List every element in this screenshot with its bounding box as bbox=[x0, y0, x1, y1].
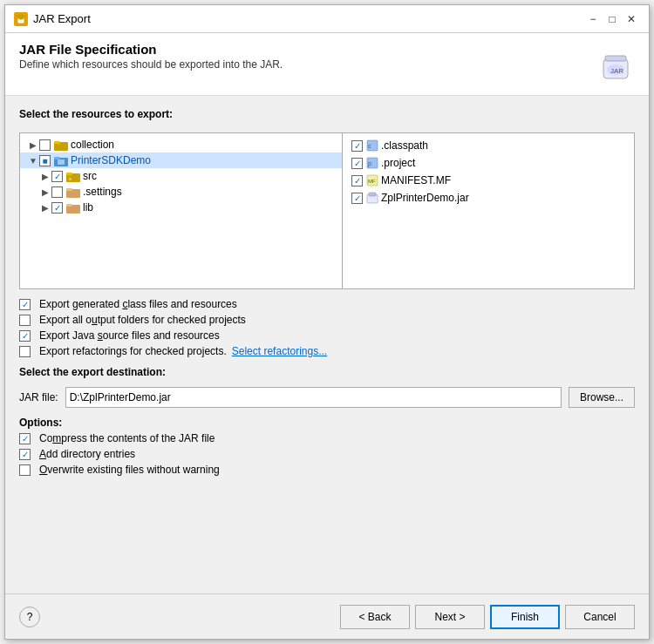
svg-rect-4 bbox=[605, 56, 626, 61]
next-button[interactable]: Next > bbox=[415, 605, 485, 629]
chevron-collection: ▶ bbox=[27, 140, 39, 150]
svg-text:p: p bbox=[368, 160, 371, 167]
finish-button[interactable]: Finish bbox=[490, 605, 560, 629]
folder-icon-collection bbox=[54, 139, 68, 151]
classpath-icon: c bbox=[366, 139, 378, 152]
checkbox-manifest[interactable]: ✓ bbox=[351, 175, 363, 186]
destination-label: Select the export destination: bbox=[19, 366, 635, 378]
tree-item-collection[interactable]: ▶ collection bbox=[20, 137, 342, 153]
checkbox-compress[interactable]: ✓ bbox=[19, 433, 31, 444]
svg-text:JAR: JAR bbox=[610, 67, 623, 75]
files-pane: ✓ c .classpath ✓ p .project bbox=[343, 133, 634, 288]
svg-rect-13 bbox=[66, 173, 72, 175]
tree-label-src: src bbox=[83, 170, 97, 182]
tree-label-lib: lib bbox=[83, 201, 93, 214]
title-bar: JAR Export − □ ✕ bbox=[5, 5, 649, 33]
export-option-label-4: Export refactorings for checked projects… bbox=[39, 345, 227, 357]
resources-label: Select the resources to export: bbox=[19, 108, 635, 120]
checkbox-src[interactable]: ✓ bbox=[51, 171, 63, 182]
export-option-3[interactable]: ✓ Export Java source files and resources bbox=[19, 329, 635, 342]
src-icon: s bbox=[66, 170, 80, 182]
select-refactorings-link[interactable]: Select refactorings... bbox=[232, 345, 327, 357]
tree-item-src[interactable]: ▶ ✓ s src bbox=[20, 168, 342, 184]
svg-rect-26 bbox=[369, 193, 376, 196]
file-row-manifest[interactable]: ✓ MF MANIFEST.MF bbox=[350, 172, 627, 189]
checkbox-export2[interactable] bbox=[19, 315, 31, 326]
checkbox-export4[interactable] bbox=[19, 346, 31, 357]
svg-rect-18 bbox=[66, 204, 72, 207]
settings-folder-icon bbox=[66, 186, 80, 198]
jar-file-input[interactable] bbox=[65, 387, 562, 408]
export-option-label-3: Export Java source files and resources bbox=[39, 329, 220, 342]
svg-rect-10 bbox=[54, 157, 60, 159]
svg-rect-11 bbox=[58, 159, 65, 165]
tree-item-lib[interactable]: ▶ ✓ lib bbox=[20, 200, 342, 215]
footer-left: ? bbox=[19, 607, 40, 627]
checkbox-collection[interactable] bbox=[39, 139, 51, 151]
tree-item-printersdk[interactable]: ▼ ■ PrinterSDKDemo bbox=[20, 153, 342, 168]
tree-label-collection: collection bbox=[71, 139, 114, 151]
tree-item-settings[interactable]: ▶ .settings bbox=[20, 184, 342, 200]
file-label-manifest: MANIFEST.MF bbox=[381, 174, 451, 186]
option-compress-label: Compress the contents of the JAR file bbox=[39, 432, 215, 444]
export-option-label-1: Export generated class files and resourc… bbox=[39, 298, 237, 310]
checkbox-project[interactable]: ✓ bbox=[351, 158, 363, 169]
dialog-footer: ? < Back Next > Finish Cancel bbox=[5, 593, 649, 639]
checkbox-classpath[interactable]: ✓ bbox=[351, 140, 363, 152]
title-bar-left: JAR Export bbox=[14, 12, 91, 26]
checkbox-settings[interactable] bbox=[51, 186, 63, 198]
export-options-section: ✓ Export generated class files and resou… bbox=[19, 298, 635, 357]
tree-label-printersdk: PrinterSDKDemo bbox=[71, 154, 151, 166]
close-button[interactable]: ✕ bbox=[623, 10, 640, 28]
help-button[interactable]: ? bbox=[19, 607, 40, 627]
browse-button[interactable]: Browse... bbox=[569, 387, 635, 408]
resources-panel: ▶ collection ▼ ■ bbox=[19, 132, 635, 289]
footer-right: < Back Next > Finish Cancel bbox=[340, 605, 635, 629]
svg-rect-16 bbox=[66, 188, 72, 191]
dialog-title: JAR Export bbox=[33, 12, 91, 25]
checkbox-jar[interactable]: ✓ bbox=[351, 193, 363, 204]
project-icon-printersdk bbox=[54, 154, 68, 166]
option-overwrite[interactable]: Overwrite existing files without warning bbox=[19, 464, 635, 476]
cancel-button[interactable]: Cancel bbox=[565, 605, 635, 629]
checkbox-directory[interactable]: ✓ bbox=[19, 449, 31, 460]
project-icon: p bbox=[366, 157, 378, 169]
jar-title-icon bbox=[14, 12, 28, 26]
destination-section: Select the export destination: JAR file:… bbox=[19, 366, 635, 408]
file-label-classpath: .classpath bbox=[381, 139, 428, 152]
jar-file-row: JAR file: Browse... bbox=[19, 387, 635, 408]
page-title: JAR File Specification bbox=[19, 42, 283, 57]
export-option-4[interactable]: Export refactorings for checked projects… bbox=[19, 345, 635, 357]
checkbox-export1[interactable]: ✓ bbox=[19, 299, 31, 310]
file-label-project: .project bbox=[381, 157, 415, 169]
option-directory[interactable]: ✓ Add directory entries bbox=[19, 448, 635, 460]
maximize-button[interactable]: □ bbox=[603, 10, 621, 28]
chevron-printersdk: ▼ bbox=[27, 156, 39, 166]
chevron-src: ▶ bbox=[39, 172, 51, 181]
page-description: Define which resources should be exporte… bbox=[19, 58, 283, 71]
jar-decoration-icon: JAR bbox=[596, 45, 635, 86]
options-section: Options: ✓ Compress the contents of the … bbox=[19, 417, 635, 476]
checkbox-overwrite[interactable] bbox=[19, 464, 31, 476]
manifest-icon: MF bbox=[366, 174, 378, 186]
checkbox-printersdk[interactable]: ■ bbox=[39, 155, 51, 166]
tree-label-settings: .settings bbox=[83, 186, 122, 198]
title-bar-controls: − □ ✕ bbox=[584, 10, 640, 28]
option-directory-label: Add directory entries bbox=[39, 448, 135, 460]
export-option-2[interactable]: Export all output folders for checked pr… bbox=[19, 314, 635, 326]
minimize-button[interactable]: − bbox=[584, 10, 602, 28]
tree-pane[interactable]: ▶ collection ▼ ■ bbox=[20, 133, 343, 288]
svg-point-2 bbox=[18, 17, 24, 19]
option-compress[interactable]: ✓ Compress the contents of the JAR file bbox=[19, 432, 635, 444]
export-option-label-2: Export all output folders for checked pr… bbox=[39, 314, 246, 326]
checkbox-export3[interactable]: ✓ bbox=[19, 330, 31, 342]
file-row-project[interactable]: ✓ p .project bbox=[350, 154, 627, 172]
back-button[interactable]: < Back bbox=[340, 605, 410, 629]
file-row-classpath[interactable]: ✓ c .classpath bbox=[350, 137, 627, 154]
file-row-jar[interactable]: ✓ ZplPrinterDemo.jar bbox=[350, 189, 627, 207]
svg-rect-8 bbox=[54, 141, 60, 144]
checkbox-lib[interactable]: ✓ bbox=[51, 202, 63, 214]
main-content: Select the resources to export: ▶ collec… bbox=[5, 96, 649, 593]
export-option-1[interactable]: ✓ Export generated class files and resou… bbox=[19, 298, 635, 310]
option-overwrite-label: Overwrite existing files without warning bbox=[39, 464, 220, 476]
